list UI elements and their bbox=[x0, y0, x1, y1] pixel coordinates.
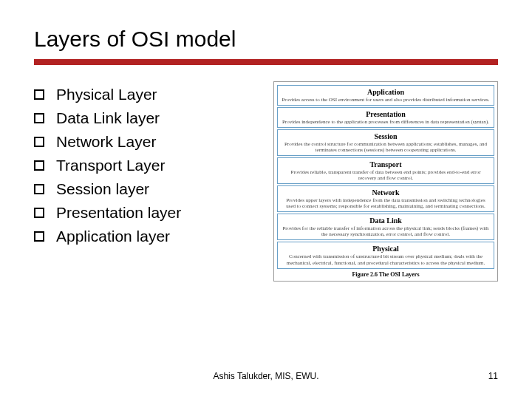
title-rule bbox=[34, 59, 498, 65]
list-item: Presentation layer bbox=[34, 204, 256, 222]
diagram-row-title: Data Link bbox=[282, 216, 490, 225]
diagram-row-title: Application bbox=[282, 88, 490, 96]
list-item: Transport Layer bbox=[34, 157, 256, 174]
diagram-row-desc: Provides reliable, transparent transfer … bbox=[282, 169, 490, 181]
content-row: Physical Layer Data Link layer Network L… bbox=[34, 81, 498, 282]
diagram-row-desc: Provides for the reliable transfer of in… bbox=[282, 225, 490, 237]
bullet-text: Application layer bbox=[56, 228, 170, 245]
list-item: Network Layer bbox=[34, 133, 256, 151]
diagram-row-desc: Provides upper layers with independence … bbox=[282, 197, 490, 209]
list-item: Application layer bbox=[34, 228, 256, 245]
osi-diagram: Application Provides access to the OSI e… bbox=[273, 81, 498, 282]
bullet-list: Physical Layer Data Link layer Network L… bbox=[34, 81, 256, 282]
diagram-row: Data Link Provides for the reliable tran… bbox=[277, 214, 494, 240]
bullet-icon bbox=[34, 184, 44, 194]
diagram-row-title: Transport bbox=[282, 160, 490, 168]
diagram-row: Presentation Provides independence to th… bbox=[277, 107, 494, 128]
bullet-icon bbox=[34, 231, 44, 242]
diagram-row-desc: Concerned with transmission of unstructu… bbox=[282, 253, 490, 265]
bullet-icon bbox=[34, 137, 44, 147]
diagram-row-desc: Provides independence to the application… bbox=[282, 119, 490, 125]
page-number: 11 bbox=[488, 371, 498, 381]
diagram-row-desc: Provides access to the OSI environment f… bbox=[282, 97, 490, 103]
bullet-text: Data Link layer bbox=[56, 109, 160, 127]
diagram-row: Physical Concerned with transmission of … bbox=[277, 242, 494, 268]
diagram-row-title: Physical bbox=[282, 245, 490, 253]
diagram-row: Transport Provides reliable, transparent… bbox=[277, 157, 494, 184]
slide-title: Layers of OSI model bbox=[34, 27, 498, 52]
list-item: Data Link layer bbox=[34, 109, 256, 127]
bullet-text: Presentation layer bbox=[56, 204, 181, 222]
slide: Layers of OSI model Physical Layer Data … bbox=[0, 0, 532, 399]
list-item: Session layer bbox=[34, 180, 256, 198]
bullet-text: Network Layer bbox=[56, 133, 156, 151]
bullet-text: Session layer bbox=[56, 180, 149, 198]
list-item: Physical Layer bbox=[34, 86, 256, 103]
bullet-icon bbox=[34, 208, 44, 218]
diagram-row-desc: Provides the control structure for commu… bbox=[282, 141, 490, 153]
bullet-text: Transport Layer bbox=[56, 157, 165, 174]
bullet-icon bbox=[34, 89, 44, 100]
diagram-row: Session Provides the control structure f… bbox=[277, 129, 494, 156]
footer: Ashis Talukder, MIS, EWU. 11 bbox=[0, 371, 532, 381]
bullet-icon bbox=[34, 160, 44, 171]
bullet-icon bbox=[34, 113, 44, 123]
footer-author: Ashis Talukder, MIS, EWU. bbox=[0, 371, 532, 381]
diagram-row-title: Session bbox=[282, 132, 490, 140]
diagram-row-title: Network bbox=[282, 188, 490, 197]
diagram-row: Network Provides upper layers with indep… bbox=[277, 185, 494, 212]
bullet-text: Physical Layer bbox=[56, 86, 157, 103]
diagram-row-title: Presentation bbox=[282, 110, 490, 118]
diagram-row: Application Provides access to the OSI e… bbox=[277, 85, 494, 106]
diagram-caption: Figure 2.6 The OSI Layers bbox=[277, 271, 494, 278]
